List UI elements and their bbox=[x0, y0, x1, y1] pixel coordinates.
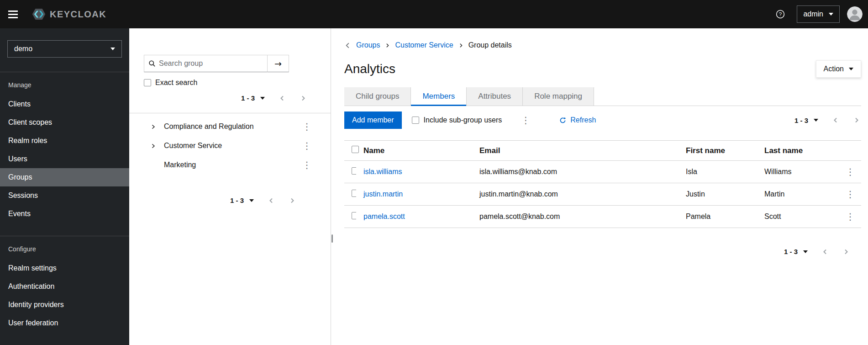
panel-divider bbox=[129, 113, 331, 113]
tab-child-groups[interactable]: Child groups bbox=[344, 87, 411, 106]
sidebar-item-users[interactable]: Users bbox=[0, 150, 129, 168]
sidebar-item-clients[interactable]: Clients bbox=[0, 95, 129, 113]
row-checkbox[interactable] bbox=[352, 167, 356, 175]
pagination-menu-toggle[interactable]: 1 - 3 bbox=[782, 246, 810, 257]
pagination-menu-toggle[interactable]: 1 - 3 bbox=[228, 195, 256, 206]
kebab-menu-icon[interactable]: ⋮ bbox=[300, 140, 313, 151]
row-kebab-menu-icon[interactable]: ⋮ bbox=[844, 166, 857, 177]
tabs: Child groups Members Attributes Role map… bbox=[344, 87, 861, 106]
pagination-prev-button[interactable] bbox=[831, 116, 840, 125]
tree-item-label[interactable]: Customer Service bbox=[164, 142, 300, 150]
user-menu-dropdown[interactable]: admin bbox=[797, 5, 840, 23]
column-header-name: Name bbox=[356, 141, 472, 161]
sidebar-item-realm-roles[interactable]: Realm roles bbox=[0, 132, 129, 150]
row-checkbox[interactable] bbox=[352, 190, 356, 197]
sidebar-item-events[interactable]: Events bbox=[0, 205, 129, 223]
sidebar-item-user-federation[interactable]: User federation bbox=[0, 314, 129, 332]
tab-members[interactable]: Members bbox=[411, 87, 467, 106]
pagination-prev-button[interactable] bbox=[278, 94, 287, 103]
tree-item-label[interactable]: Marketing bbox=[164, 161, 300, 169]
column-header-first-name: First name bbox=[679, 141, 757, 161]
tree-item-compliance-and-regulation: Compliance and Regulation ⋮ bbox=[129, 117, 331, 136]
refresh-icon bbox=[559, 117, 566, 124]
groups-pagination-bottom: 1 - 3 bbox=[129, 195, 297, 206]
tab-role-mapping[interactable]: Role mapping bbox=[523, 87, 594, 106]
caret-down-icon bbox=[849, 68, 853, 70]
breadcrumb-groups-link[interactable]: Groups bbox=[356, 41, 380, 49]
pagination-prev-button[interactable] bbox=[267, 196, 276, 205]
breadcrumb-customer-service-link[interactable]: Customer Service bbox=[395, 41, 453, 49]
nav-section-title: Manage bbox=[0, 81, 129, 89]
sidebar-item-client-scopes[interactable]: Client scopes bbox=[0, 113, 129, 132]
include-subgroups-control: Include sub-group users bbox=[412, 116, 502, 124]
row-kebab-menu-icon[interactable]: ⋮ bbox=[844, 189, 857, 200]
nav-section-configure: Configure Realm settings Authentication … bbox=[0, 236, 129, 332]
tree-item-label[interactable]: Compliance and Regulation bbox=[164, 122, 300, 131]
pagination-menu-toggle[interactable]: 1 - 3 bbox=[793, 115, 820, 126]
refresh-button[interactable]: Refresh bbox=[559, 116, 596, 124]
expand-chevron-icon[interactable] bbox=[148, 124, 158, 130]
back-chevron-icon[interactable] bbox=[344, 42, 351, 49]
member-email: pamela.scott@knab.com bbox=[472, 206, 679, 228]
caret-down-icon bbox=[110, 48, 115, 50]
member-name-link[interactable]: pamela.scott bbox=[363, 212, 405, 220]
realm-name: demo bbox=[14, 45, 32, 53]
resize-handle[interactable] bbox=[331, 234, 333, 243]
realm-selector-dropdown[interactable]: demo bbox=[7, 40, 122, 58]
table-row: justin.martin justin.martin@knab.com Jus… bbox=[344, 183, 861, 206]
member-first-name: Justin bbox=[679, 183, 757, 206]
tab-attributes[interactable]: Attributes bbox=[467, 87, 523, 106]
avatar[interactable] bbox=[847, 6, 863, 22]
caret-down-icon bbox=[829, 13, 833, 16]
member-email: justin.martin@knab.com bbox=[472, 183, 679, 206]
pagination-next-button[interactable] bbox=[852, 116, 861, 125]
pagination-menu-toggle[interactable]: 1 - 3 bbox=[239, 92, 267, 104]
nav-section-title: Configure bbox=[0, 245, 129, 253]
table-row: isla.williams isla.williams@knab.com Isl… bbox=[344, 161, 861, 183]
action-dropdown-button[interactable]: Action bbox=[816, 60, 861, 78]
add-member-button[interactable]: Add member bbox=[344, 111, 402, 129]
search-submit-arrow-button[interactable]: → bbox=[268, 55, 289, 72]
toolbar-kebab-menu-icon[interactable]: ⋮ bbox=[519, 115, 532, 126]
user-menu-label: admin bbox=[803, 10, 823, 18]
sidebar-item-authentication[interactable]: Authentication bbox=[0, 277, 129, 296]
kebab-menu-icon[interactable]: ⋮ bbox=[300, 159, 313, 170]
page-title: Analytics bbox=[344, 62, 395, 76]
sidebar-item-identity-providers[interactable]: Identity providers bbox=[0, 296, 129, 314]
sidebar-item-groups[interactable]: Groups bbox=[0, 168, 129, 186]
breadcrumb: Groups Customer Service Group details bbox=[344, 41, 861, 49]
sidebar-divider bbox=[0, 72, 129, 72]
select-all-checkbox[interactable] bbox=[352, 146, 359, 153]
sidebar-item-sessions[interactable]: Sessions bbox=[0, 186, 129, 205]
groups-tree: Compliance and Regulation ⋮ Customer Ser… bbox=[129, 117, 331, 175]
keycloak-logo[interactable]: KEYCLOAK bbox=[32, 7, 106, 21]
pagination-range: 1 - 3 bbox=[230, 196, 244, 204]
pagination-next-button[interactable] bbox=[299, 94, 308, 103]
member-name-link[interactable]: justin.martin bbox=[363, 190, 403, 198]
action-label: Action bbox=[824, 65, 844, 73]
pagination-range: 1 - 3 bbox=[794, 117, 808, 124]
search-input-wrap bbox=[144, 55, 268, 72]
caret-down-icon bbox=[249, 199, 254, 202]
pagination-next-button[interactable] bbox=[288, 196, 297, 205]
members-table: Name Email First name Last name isla.wil… bbox=[344, 140, 861, 228]
caret-down-icon bbox=[803, 250, 808, 253]
sidebar-item-realm-settings[interactable]: Realm settings bbox=[0, 259, 129, 277]
svg-text:?: ? bbox=[779, 11, 782, 17]
pagination-prev-button[interactable] bbox=[821, 247, 830, 256]
pagination-next-button[interactable] bbox=[842, 247, 851, 256]
member-email: isla.williams@knab.com bbox=[472, 161, 679, 183]
row-kebab-menu-icon[interactable]: ⋮ bbox=[844, 211, 857, 222]
exact-search-checkbox[interactable] bbox=[144, 79, 151, 86]
member-name-link[interactable]: isla.williams bbox=[363, 168, 402, 175]
row-checkbox[interactable] bbox=[352, 212, 356, 219]
expand-chevron-icon[interactable] bbox=[148, 143, 158, 149]
kebab-menu-icon[interactable]: ⋮ bbox=[300, 121, 313, 132]
panel-resize-divider[interactable] bbox=[331, 28, 333, 345]
include-subgroups-checkbox[interactable] bbox=[412, 117, 419, 124]
search-group-input[interactable] bbox=[159, 59, 263, 68]
help-icon[interactable]: ? bbox=[776, 10, 785, 19]
nav-section-manage: Manage Clients Client scopes Realm roles… bbox=[0, 81, 129, 223]
pagination-range: 1 - 3 bbox=[241, 94, 255, 102]
nav-toggle-hamburger-icon[interactable] bbox=[8, 8, 20, 20]
